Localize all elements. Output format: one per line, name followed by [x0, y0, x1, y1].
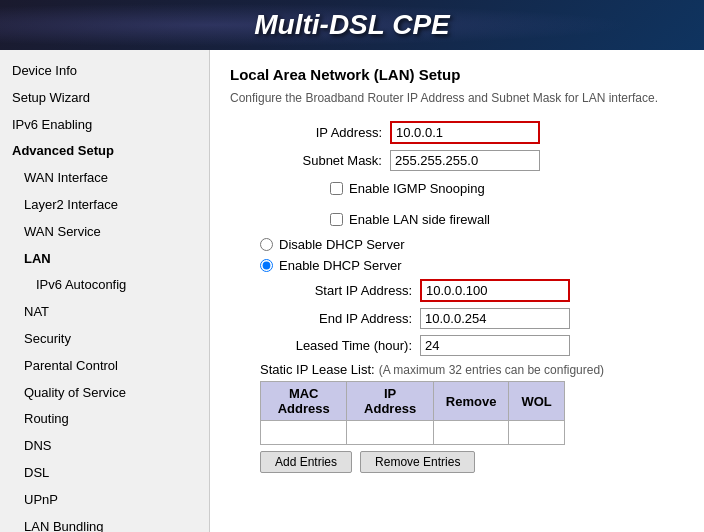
enable-dhcp-row: Enable DHCP Server: [260, 258, 684, 273]
button-row: Add Entries Remove Entries: [260, 451, 684, 473]
igmp-checkbox[interactable]: [330, 182, 343, 195]
end-ip-row: End IP Address:: [260, 308, 684, 329]
igmp-label: Enable IGMP Snooping: [349, 181, 485, 196]
subnet-mask-label: Subnet Mask:: [230, 153, 390, 168]
firewall-label: Enable LAN side firewall: [349, 212, 490, 227]
page-title: Local Area Network (LAN) Setup: [230, 66, 684, 83]
disable-dhcp-row: Disable DHCP Server: [260, 237, 684, 252]
enable-dhcp-label: Enable DHCP Server: [279, 258, 402, 273]
col-remove: Remove: [433, 382, 509, 421]
remove-entries-button[interactable]: Remove Entries: [360, 451, 475, 473]
app-title: Multi-DSL CPE: [254, 9, 449, 41]
sidebar: Device InfoSetup WizardIPv6 EnablingAdva…: [0, 50, 210, 532]
sidebar-item-wan-service[interactable]: WAN Service: [0, 219, 209, 246]
sidebar-item-routing[interactable]: Routing: [0, 406, 209, 433]
sidebar-item-security[interactable]: Security: [0, 326, 209, 353]
table-row: [261, 421, 565, 445]
disable-dhcp-radio[interactable]: [260, 238, 273, 251]
enable-dhcp-radio[interactable]: [260, 259, 273, 272]
col-ip: IPAddress: [347, 382, 433, 421]
sidebar-item-lan-bundling[interactable]: LAN Bundling: [0, 514, 209, 532]
add-entries-button[interactable]: Add Entries: [260, 451, 352, 473]
sidebar-item-ipv6-autoconfig[interactable]: IPv6 Autoconfig: [0, 272, 209, 299]
content-area: Local Area Network (LAN) Setup Configure…: [210, 50, 704, 532]
lease-table: MACAddress IPAddress Remove WOL: [260, 381, 565, 445]
sidebar-item-parental-control[interactable]: Parental Control: [0, 353, 209, 380]
leased-time-input[interactable]: [420, 335, 570, 356]
static-ip-lease-note: (A maximum 32 entries can be configured): [379, 363, 604, 377]
leased-time-label: Leased Time (hour):: [260, 338, 420, 353]
subnet-mask-input[interactable]: [390, 150, 540, 171]
sidebar-item-ipv6-enabling[interactable]: IPv6 Enabling: [0, 112, 209, 139]
ip-address-input[interactable]: [390, 121, 540, 144]
col-mac: MACAddress: [261, 382, 347, 421]
leased-time-row: Leased Time (hour):: [260, 335, 684, 356]
page-desc: Configure the Broadband Router IP Addres…: [230, 91, 684, 105]
sidebar-item-dsl[interactable]: DSL: [0, 460, 209, 487]
static-ip-lease-row: Static IP Lease List: (A maximum 32 entr…: [260, 362, 684, 377]
end-ip-label: End IP Address:: [260, 311, 420, 326]
firewall-checkbox[interactable]: [330, 213, 343, 226]
ip-address-label: IP Address:: [230, 125, 390, 140]
sidebar-item-upnp[interactable]: UPnP: [0, 487, 209, 514]
start-ip-row: Start IP Address:: [260, 279, 684, 302]
col-wol: WOL: [509, 382, 564, 421]
sidebar-item-nat[interactable]: NAT: [0, 299, 209, 326]
ip-address-row: IP Address:: [230, 121, 684, 144]
sidebar-item-setup-wizard[interactable]: Setup Wizard: [0, 85, 209, 112]
disable-dhcp-label: Disable DHCP Server: [279, 237, 404, 252]
end-ip-input[interactable]: [420, 308, 570, 329]
static-ip-lease-label: Static IP Lease List:: [260, 362, 375, 377]
start-ip-label: Start IP Address:: [260, 283, 420, 298]
sidebar-item-lan[interactable]: LAN: [0, 246, 209, 273]
sidebar-item-device-info[interactable]: Device Info: [0, 58, 209, 85]
sidebar-item-dns[interactable]: DNS: [0, 433, 209, 460]
sidebar-item-wan-interface[interactable]: WAN Interface: [0, 165, 209, 192]
sidebar-item-advanced-setup[interactable]: Advanced Setup: [0, 138, 209, 165]
main-layout: Device InfoSetup WizardIPv6 EnablingAdva…: [0, 50, 704, 532]
header: Multi-DSL CPE: [0, 0, 704, 50]
firewall-row: Enable LAN side firewall: [330, 212, 684, 227]
sidebar-item-layer2-interface[interactable]: Layer2 Interface: [0, 192, 209, 219]
start-ip-input[interactable]: [420, 279, 570, 302]
igmp-row: Enable IGMP Snooping: [330, 181, 684, 196]
subnet-mask-row: Subnet Mask:: [230, 150, 684, 171]
sidebar-item-quality-of-service[interactable]: Quality of Service: [0, 380, 209, 407]
